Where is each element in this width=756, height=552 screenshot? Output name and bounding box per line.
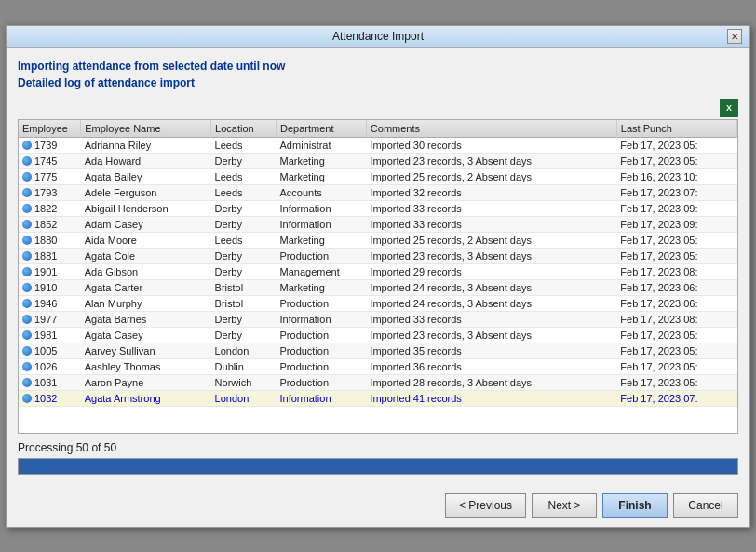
excel-export-button[interactable]: X <box>720 99 738 117</box>
cell-lastpunch: Feb 17, 2023 05: <box>616 153 736 168</box>
cell-department: Information <box>277 311 367 327</box>
cell-lastpunch: Feb 17, 2023 09: <box>616 200 736 216</box>
employee-id: 1822 <box>34 203 57 214</box>
close-button[interactable]: ✕ <box>727 29 742 44</box>
cell-comments: Imported 23 records, 3 Absent days <box>366 153 616 168</box>
cell-name: Adele Ferguson <box>81 184 211 200</box>
status-dot <box>22 251 32 261</box>
cell-employee: 1880 <box>19 232 81 248</box>
attendance-table: Employee Employee Name Location Departme… <box>19 120 737 407</box>
footer-buttons: < Previous Next > Finish Cancel <box>7 486 749 527</box>
employee-id: 1946 <box>34 298 57 309</box>
cell-name: Agata Casey <box>81 327 211 343</box>
cell-comments: Imported 29 records <box>366 263 616 279</box>
next-button[interactable]: Next > <box>532 493 597 518</box>
cell-employee: 1981 <box>19 327 81 343</box>
cell-location: Bristol <box>211 279 277 295</box>
status-dot <box>22 236 32 245</box>
status-dot <box>22 267 32 276</box>
import-info: Importing attendance from selected date … <box>18 58 738 91</box>
cancel-button[interactable]: Cancel <box>673 493 738 518</box>
table-header-row: Employee Employee Name Location Departme… <box>19 120 737 138</box>
table-row: 1946Alan MurphyBristolProductionImported… <box>19 295 737 311</box>
col-header-department: Department <box>277 120 367 138</box>
cell-department: Production <box>277 358 367 374</box>
cell-location: Leeds <box>211 137 277 153</box>
table-row: 1793Adele FergusonLeedsAccountsImported … <box>19 184 737 200</box>
cell-name: Agata Cole <box>81 248 211 263</box>
table-scroll-area[interactable]: Employee Employee Name Location Departme… <box>19 120 737 433</box>
employee-id: 1981 <box>34 330 57 341</box>
col-header-location: Location <box>211 120 277 138</box>
cell-lastpunch: Feb 17, 2023 06: <box>616 279 736 295</box>
cell-comments: Imported 41 records <box>366 390 616 406</box>
table-row: 1031Aaron PayneNorwichProductionImported… <box>19 374 737 390</box>
cell-employee: 1031 <box>19 374 81 390</box>
col-header-lastpunch: Last Punch <box>616 120 736 138</box>
employee-id: 1739 <box>34 140 57 151</box>
cell-employee: 1977 <box>19 311 81 327</box>
table-row: 1901Ada GibsonDerbyManagementImported 29… <box>19 263 737 279</box>
table-row: 1005Aarvey SullivanLondonProductionImpor… <box>19 343 737 358</box>
cell-lastpunch: Feb 17, 2023 05: <box>616 137 736 153</box>
cell-name: Adrianna Riley <box>81 137 211 153</box>
table-row: 1822Abigail HendersonDerbyInformationImp… <box>19 200 737 216</box>
cell-comments: Imported 23 records, 3 Absent days <box>366 327 616 343</box>
employee-id: 1881 <box>34 250 57 262</box>
status-dot <box>22 315 32 324</box>
employee-id: 1031 <box>34 377 57 388</box>
cell-location: Leeds <box>211 184 277 200</box>
status-dot <box>22 283 32 292</box>
cell-name: Alan Murphy <box>81 295 211 311</box>
import-info-line2: Detailed log of attendance import <box>18 74 738 91</box>
employee-id: 1745 <box>34 155 57 167</box>
employee-id: 1793 <box>34 187 57 198</box>
employee-id: 1977 <box>34 314 57 325</box>
table-row: 1032Agata ArmstrongLondonInformationImpo… <box>19 390 737 406</box>
cell-employee: 1026 <box>19 358 81 374</box>
cell-lastpunch: Feb 17, 2023 05: <box>616 232 736 248</box>
status-dot <box>22 299 32 308</box>
cell-employee: 1793 <box>19 184 81 200</box>
cell-department: Accounts <box>277 184 367 200</box>
cell-employee: 1910 <box>19 279 81 295</box>
cell-lastpunch: Feb 17, 2023 05: <box>616 248 736 263</box>
status-dot <box>22 362 32 371</box>
status-dot <box>22 394 32 403</box>
cell-department: Management <box>277 263 367 279</box>
cell-department: Marketing <box>277 153 367 168</box>
cell-lastpunch: Feb 17, 2023 05: <box>616 343 736 358</box>
cell-location: London <box>211 390 277 406</box>
dialog-title: Attendance Import <box>29 30 727 43</box>
cell-comments: Imported 33 records <box>366 311 616 327</box>
cell-comments: Imported 25 records, 2 Absent days <box>366 168 616 184</box>
cell-employee: 1822 <box>19 200 81 216</box>
cell-name: Agata Barnes <box>81 311 211 327</box>
previous-button[interactable]: < Previous <box>445 493 526 518</box>
cell-name: Aaron Payne <box>81 374 211 390</box>
cell-location: Derby <box>211 200 277 216</box>
cell-name: Aashley Thomas <box>81 358 211 374</box>
cell-location: Derby <box>211 327 277 343</box>
employee-id: 1775 <box>34 171 57 182</box>
cell-name: Agata Carter <box>81 279 211 295</box>
cell-name: Adam Casey <box>81 216 211 232</box>
col-header-name: Employee Name <box>81 120 211 138</box>
finish-button[interactable]: Finish <box>602 493 668 518</box>
cell-lastpunch: Feb 17, 2023 06: <box>616 295 736 311</box>
status-dot <box>22 141 32 150</box>
table-row: 1881Agata ColeDerbyProductionImported 23… <box>19 248 737 263</box>
cell-employee: 1852 <box>19 216 81 232</box>
import-info-line1: Importing attendance from selected date … <box>18 58 738 74</box>
progress-bar-fill <box>19 459 737 474</box>
cell-department: Marketing <box>277 279 367 295</box>
cell-name: Ada Howard <box>81 153 211 168</box>
status-dot <box>22 330 32 340</box>
cell-department: Information <box>277 200 367 216</box>
processing-label: Processing 50 of 50 <box>18 441 738 454</box>
attendance-import-dialog: Attendance Import ✕ Importing attendance… <box>6 25 750 528</box>
toolbar-row: X <box>18 99 738 117</box>
cell-employee: 1745 <box>19 153 81 168</box>
cell-department: Production <box>277 343 367 358</box>
cell-department: Production <box>277 248 367 263</box>
